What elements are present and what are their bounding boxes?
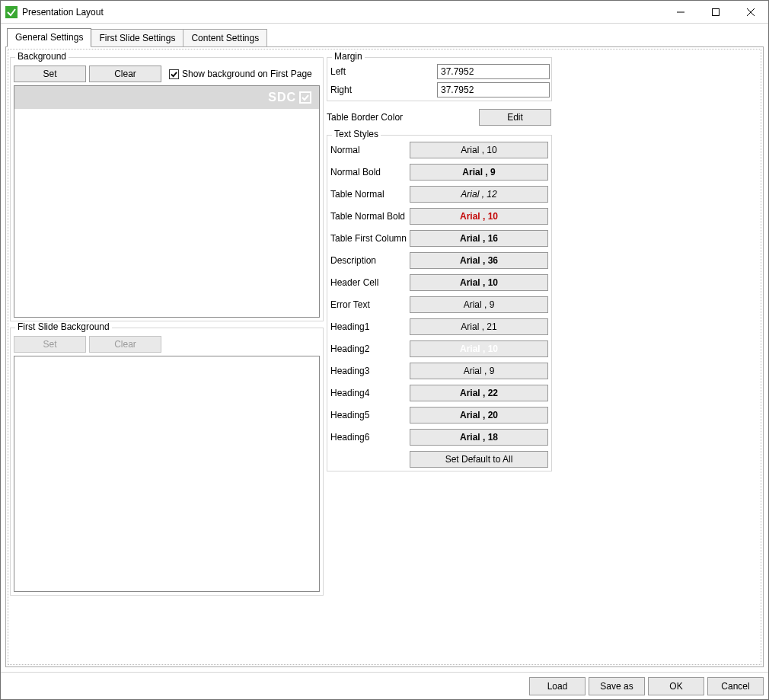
save-as-button[interactable]: Save as	[589, 677, 645, 695]
text-style-button[interactable]: Arial , 10	[410, 208, 548, 225]
window-title: Presentation Layout	[22, 7, 104, 18]
text-style-label: Normal	[330, 145, 410, 155]
text-style-row: Error TextArial , 9	[330, 296, 548, 313]
text-style-button[interactable]: Arial , 10	[410, 340, 548, 357]
text-style-label: Heading3	[330, 366, 410, 376]
margin-right-label: Right	[330, 85, 437, 95]
show-background-first-page-checkbox[interactable]: Show background on First Page	[169, 69, 312, 79]
set-default-to-all-button[interactable]: Set Default to All	[410, 451, 548, 468]
text-style-label: Normal Bold	[330, 167, 410, 177]
sdc-check-icon	[299, 91, 311, 104]
table-border-color-label: Table Border Color	[327, 112, 479, 123]
background-preview-banner: SDC	[14, 86, 319, 109]
text-style-button[interactable]: Arial , 36	[410, 252, 548, 269]
tab-general-settings[interactable]: General Settings	[7, 28, 91, 47]
background-set-button[interactable]: Set	[14, 66, 86, 82]
window: Presentation Layout General Settings Fir…	[0, 0, 769, 700]
text-style-row: Heading3Arial , 9	[330, 363, 548, 379]
margin-left-label: Left	[330, 66, 437, 77]
text-style-button[interactable]: Arial , 20	[410, 407, 548, 424]
show-background-label: Show background on First Page	[182, 69, 312, 79]
load-button[interactable]: Load	[529, 677, 586, 695]
svg-rect-1	[713, 8, 720, 15]
text-style-row: NormalArial , 10	[330, 142, 548, 158]
text-style-label: Heading2	[330, 344, 410, 354]
text-style-label: Error Text	[330, 299, 410, 310]
text-styles-list: NormalArial , 10Normal BoldArial , 9Tabl…	[330, 142, 548, 468]
text-style-row: Normal BoldArial , 9	[330, 164, 548, 181]
ok-button[interactable]: OK	[648, 677, 704, 695]
text-style-row: Table Normal BoldArial , 10	[330, 208, 548, 225]
text-style-label: Heading1	[330, 321, 410, 332]
text-style-row: Table NormalArial , 12	[330, 186, 548, 203]
text-styles-legend: Text Styles	[332, 129, 381, 139]
background-preview: SDC	[14, 85, 320, 318]
text-style-row: Heading5Arial , 20	[330, 407, 548, 424]
titlebar: Presentation Layout	[1, 1, 768, 24]
text-style-label: Table Normal	[330, 189, 410, 200]
text-style-label: Heading6	[330, 432, 410, 443]
maximize-button[interactable]	[698, 1, 733, 24]
left-column: Background Set Clear Show background on …	[8, 50, 325, 664]
text-style-button[interactable]: Arial , 12	[410, 186, 548, 203]
text-style-row: DescriptionArial , 36	[330, 252, 548, 269]
footer: Load Save as OK Cancel	[1, 672, 768, 699]
text-style-button[interactable]: Arial , 10	[410, 274, 548, 291]
tabstrip: General Settings First Slide Settings Co…	[1, 27, 768, 46]
table-border-edit-button[interactable]: Edit	[479, 109, 551, 126]
text-style-row: Heading1Arial , 21	[330, 318, 548, 335]
tab-first-slide-settings[interactable]: First Slide Settings	[91, 29, 183, 47]
text-styles-group: Text Styles NormalArial , 10Normal BoldA…	[327, 135, 552, 471]
text-style-button[interactable]: Arial , 18	[410, 429, 548, 446]
text-style-row: Heading4Arial , 22	[330, 385, 548, 401]
background-legend: Background	[15, 51, 69, 62]
minimize-button[interactable]	[663, 1, 698, 24]
first-slide-clear-button[interactable]: Clear	[89, 336, 161, 353]
text-style-label: Heading5	[330, 410, 410, 420]
text-style-label: Header Cell	[330, 277, 410, 288]
first-slide-preview	[14, 356, 320, 592]
cancel-button[interactable]: Cancel	[707, 677, 764, 695]
app-icon	[5, 6, 18, 18]
text-style-label: Description	[330, 255, 410, 266]
text-style-button[interactable]: Arial , 21	[410, 318, 548, 335]
checkmark-icon	[169, 69, 179, 79]
sdc-logo: SDC	[268, 91, 311, 104]
first-slide-background-group: First Slide Background Set Clear	[10, 328, 324, 596]
margin-group: Margin Left Right	[327, 57, 552, 101]
tab-content-settings[interactable]: Content Settings	[183, 29, 267, 47]
margin-legend: Margin	[332, 51, 365, 62]
text-style-label: Table Normal Bold	[330, 211, 410, 222]
text-style-button[interactable]: Arial , 16	[410, 230, 548, 247]
background-clear-button[interactable]: Clear	[89, 66, 161, 82]
text-style-label: Table First Column	[330, 233, 410, 244]
text-style-row: Header CellArial , 10	[330, 274, 548, 291]
text-style-button[interactable]: Arial , 9	[410, 296, 548, 313]
first-slide-background-legend: First Slide Background	[15, 321, 112, 332]
sdc-logo-text: SDC	[268, 91, 296, 104]
tab-panel-general: Background Set Clear Show background on …	[8, 49, 761, 665]
margin-right-input[interactable]	[437, 82, 550, 97]
background-group: Background Set Clear Show background on …	[10, 57, 324, 321]
text-style-label: Heading4	[330, 388, 410, 398]
text-style-button[interactable]: Arial , 9	[410, 363, 548, 379]
right-column: Margin Left Right Table Border Color Edi…	[325, 50, 554, 664]
text-style-row: Heading6Arial , 18	[330, 429, 548, 446]
text-style-row: Heading2Arial , 10	[330, 340, 548, 357]
close-button[interactable]	[733, 1, 768, 24]
margin-left-input[interactable]	[437, 64, 550, 79]
text-style-button[interactable]: Arial , 9	[410, 164, 548, 181]
text-style-button[interactable]: Arial , 10	[410, 142, 548, 158]
text-style-button[interactable]: Arial , 22	[410, 385, 548, 401]
first-slide-set-button[interactable]: Set	[14, 336, 86, 353]
text-style-row: Table First ColumnArial , 16	[330, 230, 548, 247]
